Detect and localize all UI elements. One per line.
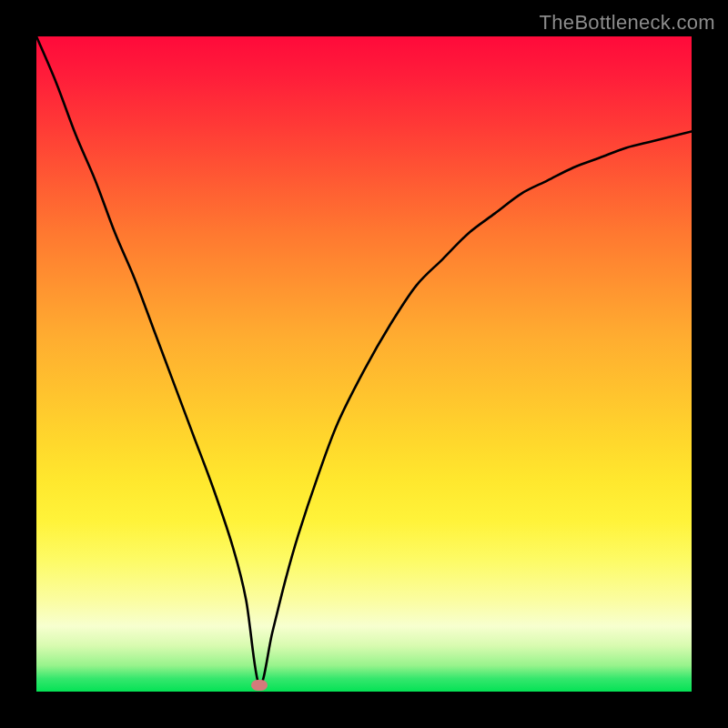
- optimum-marker: [251, 680, 268, 691]
- watermark-text: TheBottleneck.com: [540, 11, 715, 35]
- plot-area: [36, 36, 692, 692]
- chart-frame: TheBottleneck.com: [0, 0, 728, 728]
- gradient-background: [36, 36, 692, 692]
